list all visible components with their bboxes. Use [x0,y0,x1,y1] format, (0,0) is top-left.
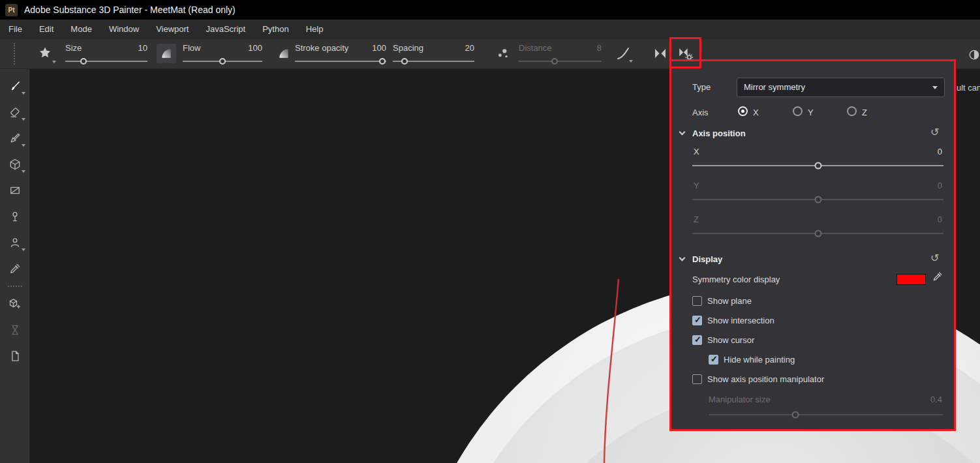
show-intersection-label[interactable]: Show intersection [707,316,774,325]
tool-button-polygon-fill[interactable] [0,177,29,203]
axis-y-value: 0 [938,181,942,190]
tool-button-clone[interactable] [0,203,29,230]
manipulator-size-slider-handle [792,411,799,419]
hide-while-painting-label[interactable]: Hide while painting [724,355,795,365]
spacing-label: Spacing [393,43,423,54]
scatter-button[interactable] [493,44,513,63]
symmetry-type-value: Mirror symmetry [744,82,805,92]
chevron-down-icon [22,118,25,121]
distance-param: Distance8 [519,43,602,67]
manipulator-size-label: Manipulator size [709,395,771,404]
axis-z-label: Z [694,215,699,224]
brush-alpha-button[interactable] [33,42,57,65]
mirror-gear-icon [677,46,694,63]
spacing-slider[interactable] [393,61,474,62]
show-cursor-checkbox[interactable] [692,335,702,345]
axis-radio-y[interactable] [793,106,803,116]
pen-icon [8,132,22,145]
tool-button-erase[interactable] [0,99,29,125]
brush-alpha-icon [37,46,53,61]
falloff-curve-icon [277,47,290,60]
menu-help[interactable]: Help [298,20,332,39]
stroke-opacity-value: 100 [372,43,386,54]
show-cursor-label[interactable]: Show cursor [707,335,754,345]
show-intersection-checkbox[interactable] [692,316,702,325]
axis-radio-y-label[interactable]: Y [808,108,814,117]
cube-icon [8,158,22,171]
eraser-icon [8,106,22,119]
show-plane-label[interactable]: Show plane [707,296,752,306]
chevron-down-icon [679,129,686,136]
symmetry-type-dropdown[interactable]: Mirror symmetry [737,78,945,97]
flow-slider-handle[interactable] [219,58,226,65]
person-icon [8,236,22,249]
axis-position-reset-button[interactable]: ↺ [930,127,939,138]
tool-button-particles[interactable] [0,230,29,256]
stroke-opacity-slider-handle[interactable] [379,58,386,65]
menu-javascript[interactable]: JavaScript [197,20,254,39]
camera-dropdown-partial[interactable]: ult cam [957,83,980,93]
axis-radio-x-label[interactable]: X [753,108,759,117]
sidebar-divider [8,286,22,287]
axis-position-section-header[interactable]: Axis position [680,128,746,138]
show-axis-manipulator-checkbox[interactable] [692,374,702,384]
eyedropper-icon [8,262,22,275]
menu-mode[interactable]: Mode [62,20,100,39]
tool-button-instance[interactable] [0,343,29,369]
title-bar: Pt Adobe Substance 3D Painter - MeetMat … [0,0,980,20]
pin-icon [8,210,22,223]
stroke-opacity-slider[interactable] [295,61,386,62]
axis-x-slider-handle[interactable] [814,162,821,170]
flow-falloff-button[interactable] [157,44,176,63]
opacity-falloff-button[interactable] [274,44,294,63]
spacing-value: 20 [465,43,474,54]
hide-while-painting-checkbox[interactable] [709,355,718,365]
display-section-header[interactable]: Display [680,254,722,264]
chevron-down-icon [52,61,56,63]
menu-edit[interactable]: Edit [31,20,62,39]
app-window: Pt Adobe Substance 3D Painter - MeetMat … [0,0,980,463]
tool-button-material-picker[interactable] [0,256,29,282]
size-slider-handle[interactable] [80,58,87,65]
size-label: Size [65,43,82,54]
stroke-profile-button[interactable] [612,42,634,65]
tool-button-paint[interactable] [0,73,29,99]
show-axis-manipulator-label[interactable]: Show axis position manipulator [707,374,824,384]
distance-slider-handle [551,58,558,65]
menu-file[interactable]: File [0,20,31,39]
size-slider[interactable] [65,61,147,62]
axis-radio-x[interactable] [738,106,748,116]
axis-z-slider-handle [814,230,821,237]
spacing-slider-handle[interactable] [401,58,408,65]
display-reset-button[interactable]: ↺ [930,253,939,263]
menu-viewport[interactable]: Viewport [147,20,197,39]
flow-label: Flow [183,43,200,54]
toolbar-drag-grip[interactable] [14,43,16,65]
tool-button-geometry-fill[interactable] [0,151,29,177]
tool-button-smart-material[interactable] [0,291,29,317]
menu-python[interactable]: Python [254,20,297,39]
color-picker-icon[interactable] [932,271,943,284]
tool-button-history[interactable] [0,317,29,343]
axis-position-title: Axis position [692,128,746,138]
size-value: 10 [138,43,147,54]
axis-z-slider [692,233,943,234]
tool-button-projection[interactable] [0,125,29,151]
flow-param: Flow100 [183,43,262,67]
axis-radio-z-label[interactable]: Z [862,108,867,117]
axis-radio-z[interactable] [847,106,857,116]
viewport-display-button[interactable] [967,48,980,62]
axis-y-label: Y [694,181,699,190]
falloff-curve-icon [160,47,173,60]
flow-slider[interactable] [183,61,262,62]
symmetry-toggle-button[interactable] [650,43,671,64]
window-title: Adobe Substance 3D Painter - MeetMat (Re… [24,5,236,15]
menu-window[interactable]: Window [100,20,147,39]
axis-x-slider[interactable] [692,165,943,166]
symmetry-color-swatch[interactable] [896,274,926,285]
brush-icon [8,80,22,93]
app-logo-icon: Pt [5,4,18,16]
show-plane-checkbox[interactable] [692,296,702,306]
axis-x-value: 0 [938,147,942,157]
manipulator-size-slider [709,414,943,415]
